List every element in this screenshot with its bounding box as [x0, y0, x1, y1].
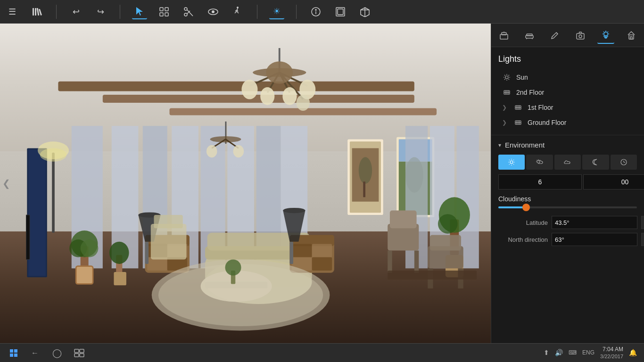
taskbar-back-btn[interactable]: ←	[27, 346, 42, 361]
panel-home-icon[interactable]	[623, 27, 640, 44]
light-item-2nd-floor[interactable]: 2nd Floor	[498, 85, 637, 100]
undo-icon[interactable]: ↩	[68, 4, 83, 19]
env-header[interactable]: ▾ Environment	[498, 141, 637, 149]
grid-icon[interactable]	[157, 4, 172, 19]
svg-rect-134	[502, 33, 506, 35]
north-minus-btn[interactable]: −	[641, 233, 644, 246]
walk-icon[interactable]	[230, 4, 245, 19]
panel-content: Lights Sun 2nd Floor ❯	[491, 47, 644, 343]
svg-point-143	[604, 32, 608, 36]
north-direction-row: North direction − +	[498, 233, 637, 246]
right-panel: Lights Sun 2nd Floor ❯	[491, 24, 644, 343]
latitude-minus-btn[interactable]: −	[641, 216, 644, 229]
taskbar-right: ⬆ 🔊 ⌨ ENG 7:04 AM 3/22/2017 🔔	[544, 346, 637, 360]
svg-rect-137	[527, 34, 532, 36]
svg-point-156	[505, 76, 508, 79]
svg-rect-197	[80, 349, 84, 353]
north-direction-input[interactable]	[552, 233, 637, 246]
eye-icon[interactable]	[206, 4, 221, 19]
floor-light-icon-ground	[513, 118, 523, 127]
light-item-sun[interactable]: Sun	[498, 70, 637, 85]
viewport[interactable]: ❮	[0, 24, 491, 343]
svg-line-17	[235, 11, 237, 13]
environment-section: ▾ Environment	[491, 135, 644, 255]
tod-sunny-btn[interactable]	[498, 155, 525, 170]
taskbar-time: 7:04 AM	[600, 346, 623, 354]
cube-icon[interactable]	[357, 4, 372, 19]
panel-light-icon[interactable]	[597, 27, 614, 44]
lights-section: Lights Sun 2nd Floor ❯	[491, 47, 644, 135]
svg-line-140	[556, 33, 558, 34]
1st-floor-label: 1st Floor	[528, 104, 553, 111]
info-icon[interactable]	[308, 4, 323, 19]
svg-line-161	[504, 75, 505, 76]
svg-marker-4	[136, 7, 143, 16]
library-icon[interactable]	[29, 4, 44, 19]
cloudiness-thumb[interactable]	[522, 204, 530, 211]
bottom-taskbar: ← ◯ ⬆ 🔊 ⌨ ENG 7:04 AM 3/22/2017 🔔	[0, 343, 644, 362]
redo-icon[interactable]: ↪	[93, 4, 108, 19]
sun-light-icon	[502, 73, 512, 82]
svg-rect-141	[577, 33, 584, 39]
viewport-nav-left[interactable]: ❮	[2, 178, 10, 189]
svg-line-163	[509, 75, 510, 76]
svg-rect-1	[35, 8, 36, 16]
scissors-icon[interactable]	[181, 4, 196, 19]
taskbar-input-icon[interactable]: ⌨	[569, 349, 577, 356]
svg-point-14	[212, 10, 215, 13]
time-inputs	[498, 174, 637, 189]
light-item-ground-floor[interactable]: ❯ Ground Floor	[498, 115, 637, 130]
svg-line-18	[237, 11, 239, 13]
scene-background	[0, 24, 491, 343]
floor-light-icon-1	[513, 103, 523, 112]
panel-furniture-icon[interactable]	[521, 27, 538, 44]
svg-line-164	[504, 79, 505, 80]
menu-icon[interactable]: ☰	[5, 4, 20, 19]
time-hour-input[interactable]	[498, 174, 582, 189]
light-item-1st-floor[interactable]: ❯ 1st Floor	[498, 100, 637, 115]
frame-icon[interactable]	[333, 4, 348, 19]
tod-clock-btn[interactable]	[611, 155, 637, 170]
time-display: 7:04 AM 3/22/2017	[600, 346, 623, 360]
svg-rect-8	[165, 13, 168, 16]
expand-1st-floor-icon[interactable]: ❯	[502, 104, 509, 111]
taskbar-tray-icon-1[interactable]: ⬆	[544, 349, 549, 356]
latitude-input[interactable]	[552, 216, 637, 229]
svg-rect-2	[37, 8, 40, 15]
tod-moon-btn[interactable]	[582, 155, 609, 170]
windows-start-button[interactable]	[7, 346, 20, 360]
2nd-floor-label: 2nd Floor	[516, 89, 544, 96]
tod-cloudy-btn[interactable]	[554, 155, 581, 170]
top-toolbar: ☰ ↩ ↪ ☀	[0, 0, 644, 24]
svg-line-187	[513, 160, 514, 160]
svg-line-148	[603, 32, 604, 33]
svg-line-186	[513, 164, 514, 165]
taskbar-lang-icon[interactable]: ENG	[582, 349, 594, 356]
toolbar-sep-1	[56, 5, 57, 19]
taskbar-taskview-btn[interactable]	[72, 346, 87, 361]
tod-buttons	[498, 155, 637, 170]
expand-ground-floor-icon[interactable]: ❯	[502, 119, 509, 126]
toolbar-sep-4	[296, 5, 297, 19]
time-minutes-input[interactable]	[583, 174, 644, 189]
taskbar-search-btn[interactable]: ◯	[50, 346, 65, 361]
select-icon[interactable]	[132, 4, 147, 19]
env-collapse-icon[interactable]: ▾	[498, 142, 501, 148]
floor-light-icon-2	[502, 88, 512, 97]
svg-point-180	[510, 161, 513, 164]
windows-logo	[10, 349, 17, 357]
svg-rect-5	[160, 8, 163, 11]
tod-partly-cloudy-btn[interactable]	[526, 155, 553, 170]
taskbar-volume-icon[interactable]: 🔊	[555, 349, 563, 356]
svg-rect-0	[33, 8, 34, 16]
panel-edit-icon[interactable]	[546, 27, 563, 44]
sun-label: Sun	[516, 74, 528, 81]
taskbar-notif-icon[interactable]: 🔔	[629, 349, 637, 356]
panel-build-icon[interactable]	[495, 27, 512, 44]
panel-camera-icon[interactable]	[572, 27, 589, 44]
svg-point-9	[184, 8, 187, 10]
cloudiness-slider[interactable]	[498, 206, 637, 208]
svg-line-162	[509, 79, 510, 80]
sun-toolbar-icon[interactable]: ☀	[269, 4, 284, 19]
panel-top-icons	[491, 24, 644, 47]
